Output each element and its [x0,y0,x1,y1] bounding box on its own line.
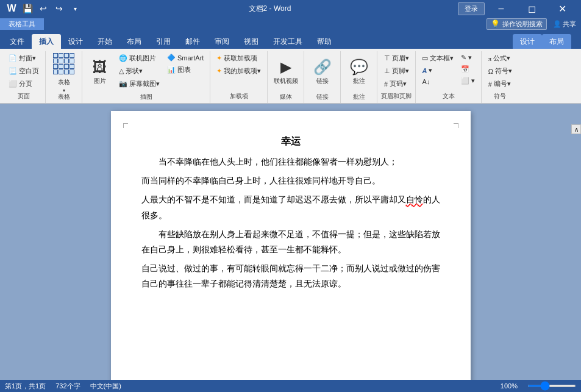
tab-layout[interactable]: 布局 [119,34,149,49]
zoom-slider[interactable] [527,385,576,387]
table-button[interactable]: 表格 ▾ [50,52,78,91]
dropcap-button[interactable]: A↓ [419,77,456,87]
customize-qat-button[interactable]: ▾ [68,2,82,15]
zoom-level: 100% [501,382,518,390]
login-button[interactable]: 登录 [458,2,485,15]
document-paragraph-2: 而当同样的不幸降临自己身上时，人往往很难同样地开导自己。 [141,173,440,188]
textbox-label: 文本框▾ [430,54,454,63]
online-video-label: 联机视频 [274,77,298,85]
ribbon-group-text-label: 文本 [419,91,477,102]
cover-page-button[interactable]: 📄 封面▾ [6,52,41,64]
document-page[interactable]: 幸运 当不幸降临在他人头上时，他们往往都能像智者一样劝慰别人； 而当同样的不幸降… [111,111,471,380]
close-button[interactable]: ✕ [548,0,576,17]
tab-start[interactable]: 开始 [90,34,119,49]
tab-table-design[interactable]: 设计 [513,34,542,49]
corner-mark-tl [123,123,128,128]
save-qat-button[interactable]: 💾 [21,2,34,15]
equation-label: 公式▾ [493,54,510,63]
ribbon-group-links-label: 链接 [308,91,337,102]
signature-label: ▾ [468,54,472,62]
dropcap-icon: A↓ [422,78,430,85]
chart-label: 图表 [177,65,191,74]
ribbon-tabs: 文件 插入 设计 开始 布局 引用 邮件 审阅 视图 开发工具 帮助 设计 布局… [0,30,581,49]
footer-button[interactable]: ⊥ 页脚▾ [382,65,412,77]
symbol-label: 符号▾ [495,66,512,76]
tab-file[interactable]: 文件 [2,34,32,49]
chart-button[interactable]: 📊 图表 [165,64,206,76]
tab-table-layout[interactable]: 布局 [542,34,571,49]
document-paragraph-3: 人最大的不智不是不知道，而是知道了却迟迟不愿去做，所以平庸却又自怜的人很多。 [141,192,440,223]
tab-mail[interactable]: 邮件 [178,34,207,49]
undo-qat-button[interactable]: ↩ [37,2,50,15]
header-button[interactable]: ⊤ 页眉▾ [382,52,412,64]
page-break-button[interactable]: ⬜ 分页 [6,78,41,90]
picture-button[interactable]: 🖼 图片 [86,52,114,91]
tab-insert[interactable]: 插入 [32,34,61,49]
my-addins-button[interactable]: ✦ 我的加载项▾ [214,65,263,77]
tab-help[interactable]: 帮助 [310,34,339,49]
help-search-placeholder: 操作说明搜索 [502,20,543,29]
ribbon-group-page-label: 页面 [6,91,41,102]
get-addins-icon: ✦ [216,54,222,62]
document-title: 幸运 [141,135,440,148]
help-search-box[interactable]: 💡 操作说明搜索 [487,18,547,30]
ribbon-group-text-content: ▭ 文本框▾ A ▾ A↓ ✎ ▾ 📅 [419,52,477,91]
ribbon-collapse-button[interactable]: ∧ [571,124,581,134]
ribbon-group-page-content: 📄 封面▾ 📃 空白页 ⬜ 分页 [6,52,41,91]
tab-view[interactable]: 视图 [237,34,266,49]
document-area: 幸运 当不幸降临在他人头上时，他们往往都能像智者一样劝慰别人； 而当同样的不幸降… [0,104,581,380]
online-picture-label: 联机图片 [129,54,156,63]
online-video-icon: ▶ [280,59,291,76]
page-count: 第1页，共1页 [5,382,46,391]
ribbon-group-headerfooter-content: ⊤ 页眉▾ ⊥ 页脚▾ # 页码▾ [382,52,412,91]
link-button[interactable]: 🔗 链接 [308,52,337,91]
object-label: ▾ [471,77,475,85]
title-bar-title: 文档2 - Word [82,4,458,14]
restore-button[interactable]: ◻ [518,0,546,17]
tab-review[interactable]: 审阅 [207,34,237,49]
ribbon-group-illustrations-content: 🖼 图片 🌐 联机图片 △ 形状▾ 📷 屏幕截图▾ 🔷 [86,52,206,91]
ribbon-group-links-content: 🔗 链接 [308,52,337,91]
datetime-button[interactable]: 📅 [458,64,477,74]
signature-button[interactable]: ✎ ▾ [458,52,477,63]
ribbon-group-media-label: 媒体 [271,91,300,102]
online-picture-button[interactable]: 🌐 联机图片 [116,52,162,64]
ribbon-group-page: 📄 封面▾ 📃 空白页 ⬜ 分页 页面 [2,51,46,103]
comment-button[interactable]: 💬 批注 [345,52,373,91]
object-button[interactable]: ⬜ ▾ [458,76,477,86]
numbering-icon: # [488,80,492,88]
shapes-button[interactable]: △ 形状▾ [116,65,162,77]
wordart-button[interactable]: A ▾ [419,65,456,76]
document-paragraph-1: 当不幸降临在他人头上时，他们往往都能像智者一样劝慰别人； [141,154,440,169]
numbering-button[interactable]: # 编号▾ [486,78,515,90]
picture-label: 图片 [94,77,106,85]
ribbon-group-addins-content: ✦ 获取加载项 ✦ 我的加载项▾ [214,52,263,91]
minimize-button[interactable]: – [487,0,515,17]
get-addins-label: 获取加载项 [224,54,257,63]
ribbon-group-media-content: ▶ 联机视频 [272,52,300,91]
page-number-button[interactable]: # 页码▾ [382,78,412,90]
tab-references[interactable]: 引用 [149,34,178,49]
wordart-icon: A [422,67,427,74]
header-icon: ⊤ [384,54,390,62]
page-number-label: 页码▾ [390,79,407,88]
illustrations-col2: 🔷 SmartArt 📊 图表 [165,52,206,76]
get-addins-button[interactable]: ✦ 获取加载项 [214,52,263,64]
symbol-button[interactable]: Ω 符号▾ [486,65,515,77]
online-video-button[interactable]: ▶ 联机视频 [272,52,300,91]
blank-page-button[interactable]: 📃 空白页 [6,65,41,77]
redo-qat-button[interactable]: ↪ [52,2,66,15]
ribbon-group-headerfooter: ⊤ 页眉▾ ⊥ 页脚▾ # 页码▾ 页眉和页脚 [377,51,416,103]
underline-red-text: 自怜 [406,194,423,204]
comment-icon: 💬 [350,59,368,76]
smartart-button[interactable]: 🔷 SmartArt [165,52,206,63]
tab-design[interactable]: 设计 [61,34,90,49]
symbol-icon: Ω [488,68,493,75]
textbox-button[interactable]: ▭ 文本框▾ [419,52,456,64]
share-button[interactable]: 👤 共享 [553,20,576,29]
equation-button[interactable]: π 公式▾ [486,52,515,64]
ribbon-group-table-content: 表格 ▾ [50,52,78,91]
screenshot-button[interactable]: 📷 屏幕截图▾ [116,78,162,90]
signature-icon: ✎ [461,54,466,62]
tab-developer[interactable]: 开发工具 [266,34,310,49]
